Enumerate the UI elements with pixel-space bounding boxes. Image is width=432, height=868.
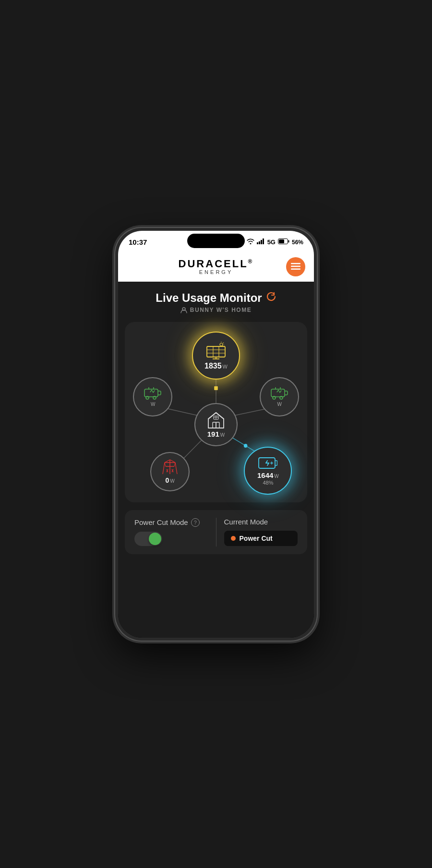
app-header: DURACELL® ENERGY — [118, 252, 314, 282]
svg-line-57 — [165, 463, 166, 466]
network-label: 5G — [267, 238, 276, 246]
grid-value: 0 — [166, 476, 169, 484]
battery-percent: 56% — [292, 239, 303, 246]
svg-point-17 — [244, 444, 248, 448]
help-icon[interactable]: ? — [191, 518, 200, 527]
svg-line-43 — [278, 390, 280, 392]
page-title-area: Live Usage Monitor BUNNY W'S HOME — [118, 282, 314, 317]
power-cut-label: Power Cut Mode ? — [134, 518, 208, 527]
svg-line-42 — [277, 390, 278, 392]
toggle-thumb — [149, 533, 161, 545]
current-mode-section: Current Mode Power Cut — [224, 518, 298, 546]
node-solar[interactable]: 1835 W — [192, 332, 240, 380]
grid-unit: W — [170, 478, 174, 484]
dynamic-island — [187, 234, 245, 248]
svg-rect-6 — [279, 239, 284, 243]
node-ev-right[interactable]: W — [260, 377, 299, 416]
bottom-panel: Power Cut Mode ? Current Mode Power Cut — [125, 510, 307, 554]
mode-dot — [231, 536, 236, 541]
header-logo: DURACELL® ENERGY — [179, 258, 254, 275]
svg-line-54 — [170, 460, 175, 463]
battery-value: 1644 — [257, 471, 273, 479]
svg-line-27 — [223, 343, 224, 343]
svg-rect-8 — [291, 265, 300, 267]
battery-percent: 48% — [263, 480, 273, 486]
svg-rect-46 — [216, 422, 219, 428]
svg-rect-7 — [291, 263, 300, 264]
node-house[interactable]: 191 W — [194, 403, 238, 446]
home-name: BUNNY W'S HOME — [190, 307, 252, 313]
svg-line-36 — [153, 391, 155, 392]
vertical-divider — [216, 518, 216, 547]
power-cut-section: Power Cut Mode ? — [134, 518, 208, 546]
menu-icon — [291, 262, 300, 271]
status-time: 10:37 — [129, 238, 147, 246]
svg-line-35 — [152, 390, 153, 392]
phone-screen: 10:37 5G — [118, 231, 314, 638]
battery-unit: W — [274, 474, 278, 479]
svg-line-44 — [280, 391, 281, 392]
house-unit: W — [220, 432, 225, 438]
menu-button[interactable] — [286, 257, 305, 276]
page-title: Live Usage Monitor — [128, 291, 304, 305]
svg-line-13 — [166, 408, 198, 416]
svg-line-14 — [234, 408, 268, 416]
mode-value: Power Cut — [240, 535, 273, 542]
svg-line-55 — [163, 463, 165, 474]
svg-rect-5 — [288, 240, 289, 243]
svg-line-34 — [150, 390, 152, 392]
diagram-container: 1835 W — [130, 332, 302, 495]
house-value: 191 — [207, 430, 219, 438]
ev-left-unit: W — [151, 402, 155, 407]
phone-frame: 10:37 5G — [115, 228, 317, 641]
svg-line-56 — [175, 463, 177, 474]
status-right: 5G 56% — [247, 238, 303, 246]
node-grid[interactable]: 0 W — [150, 452, 190, 491]
brand-name: DURACELL® — [179, 258, 254, 270]
energy-panel: 1835 W — [125, 322, 307, 502]
solar-unit: W — [223, 364, 228, 369]
node-ev-left[interactable]: W — [133, 377, 172, 416]
svg-rect-12 — [214, 386, 218, 390]
svg-line-58 — [174, 463, 175, 466]
svg-rect-0 — [257, 242, 258, 244]
power-cut-toggle[interactable] — [134, 532, 162, 546]
svg-rect-9 — [291, 268, 300, 270]
ev-right-unit: W — [277, 402, 282, 407]
svg-rect-3 — [263, 238, 264, 244]
svg-rect-18 — [207, 346, 225, 357]
current-mode-label: Current Mode — [224, 518, 298, 526]
app-body: Live Usage Monitor BUNNY W'S HOME — [118, 282, 314, 638]
solar-value: 1835 — [204, 362, 222, 370]
svg-rect-45 — [213, 422, 216, 428]
svg-rect-1 — [259, 241, 260, 244]
svg-line-53 — [165, 460, 170, 463]
refresh-icon[interactable] — [266, 291, 276, 305]
svg-point-25 — [220, 343, 223, 346]
svg-rect-2 — [261, 240, 262, 244]
wifi-icon — [247, 238, 254, 246]
signal-icon — [257, 238, 265, 246]
node-battery[interactable]: 1644 W 48% — [244, 447, 292, 495]
home-label: BUNNY W'S HOME — [128, 307, 304, 313]
battery-icon — [278, 238, 289, 246]
mode-badge: Power Cut — [224, 531, 298, 546]
